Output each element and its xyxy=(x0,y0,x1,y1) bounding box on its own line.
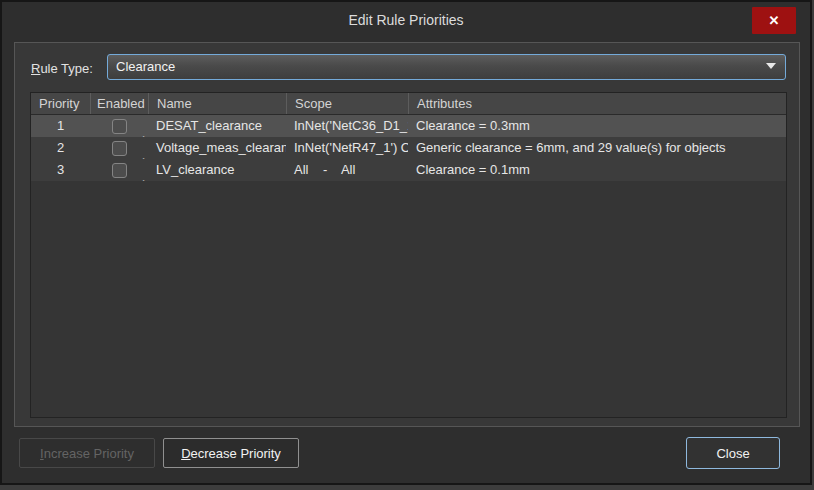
name-cell: LV_clearance xyxy=(148,159,286,181)
scope-cell: InNet('NetR47_1') OR xyxy=(286,137,408,159)
decrease-priority-button[interactable]: Decrease Priority xyxy=(163,438,299,468)
enabled-cell: ✓ xyxy=(90,137,148,159)
table-row[interactable]: 1 ✓ DESAT_clearance InNet('NetC36_D1_1' … xyxy=(31,115,786,137)
table-body: 1 ✓ DESAT_clearance InNet('NetC36_D1_1' … xyxy=(31,115,786,181)
enabled-checkbox[interactable]: ✓ xyxy=(112,119,127,134)
column-header-scope[interactable]: Scope xyxy=(286,93,408,114)
column-header-name[interactable]: Name xyxy=(148,93,286,114)
enabled-checkbox[interactable]: ✓ xyxy=(112,141,127,156)
rule-type-select[interactable]: Clearance xyxy=(107,54,786,80)
table-row[interactable]: 2 ✓ Voltage_meas_clearan InNet('NetR47_1… xyxy=(31,137,786,159)
priority-cell: 3 xyxy=(31,159,90,181)
close-icon: ✕ xyxy=(769,13,780,28)
attributes-cell: Clearance = 0.3mm xyxy=(408,115,786,137)
name-cell: DESAT_clearance xyxy=(148,115,286,137)
table-row[interactable]: 3 ✓ LV_clearance All - All Clearance = 0… xyxy=(31,159,786,181)
scope-cell: All - All xyxy=(286,159,408,181)
column-header-priority[interactable]: Priority xyxy=(31,93,90,114)
title-bar: Edit Rule Priorities ✕ xyxy=(2,2,810,42)
chevron-down-icon xyxy=(766,63,776,69)
enabled-checkbox[interactable]: ✓ xyxy=(112,163,127,178)
enabled-cell: ✓ xyxy=(90,115,148,137)
attributes-cell: Clearance = 0.1mm xyxy=(408,159,786,181)
rule-type-label: Rule Type: xyxy=(31,61,93,76)
close-button[interactable]: ✕ xyxy=(752,7,796,34)
increase-priority-button[interactable]: Increase Priority xyxy=(19,438,155,468)
content-panel: Rule Type: Clearance Priority Enabled Na… xyxy=(14,42,800,427)
name-cell: Voltage_meas_clearan xyxy=(148,137,286,159)
rule-type-value: Clearance xyxy=(116,59,175,74)
enabled-cell: ✓ xyxy=(90,159,148,181)
attributes-cell: Generic clearance = 6mm, and 29 value(s)… xyxy=(408,137,786,159)
column-header-enabled[interactable]: Enabled xyxy=(90,93,148,114)
close-dialog-button[interactable]: Close xyxy=(686,437,780,469)
column-header-attributes[interactable]: Attributes xyxy=(408,93,786,114)
priority-cell: 2 xyxy=(31,137,90,159)
dialog-title: Edit Rule Priorities xyxy=(2,12,810,28)
rules-table: Priority Enabled Name Scope Attributes 1… xyxy=(30,92,787,418)
edit-rule-priorities-dialog: Edit Rule Priorities ✕ Rule Type: Cleara… xyxy=(0,0,812,485)
priority-cell: 1 xyxy=(31,115,90,137)
scope-cell: InNet('NetC36_D1_1' xyxy=(286,115,408,137)
check-icon: ✓ xyxy=(137,177,146,182)
table-header: Priority Enabled Name Scope Attributes xyxy=(31,93,786,115)
